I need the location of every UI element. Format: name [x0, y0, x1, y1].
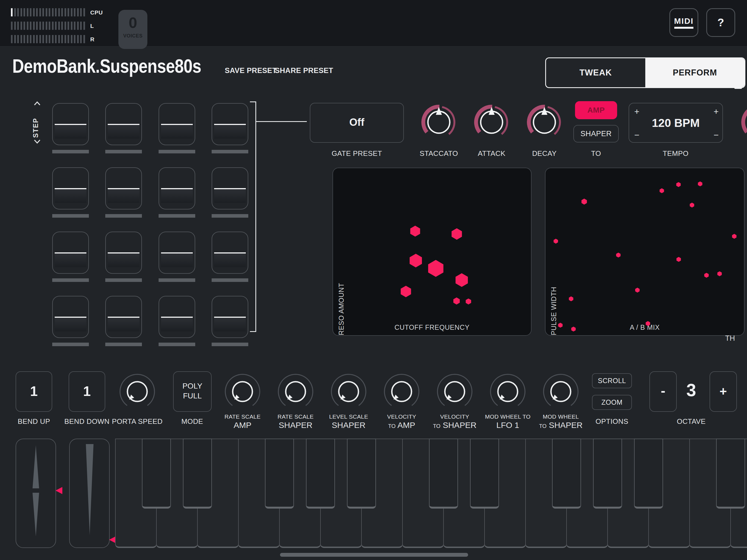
pad-point — [581, 199, 587, 205]
step-slider[interactable] — [105, 103, 142, 145]
tempo-plus-right[interactable]: + — [714, 107, 719, 117]
save-preset-button[interactable]: SAVE PRESET — [225, 67, 277, 75]
step-slider[interactable] — [105, 296, 142, 338]
bend-down-box[interactable]: 1 — [69, 371, 105, 412]
tab-perform[interactable]: PERFORM — [645, 58, 745, 87]
osc-xy-pad[interactable]: PULSE WIDTH A / B MIX — [545, 168, 745, 336]
step-down-icon[interactable] — [33, 138, 41, 144]
step-slider[interactable] — [52, 296, 89, 338]
step-slider[interactable] — [159, 232, 195, 274]
black-key[interactable] — [429, 439, 458, 509]
step-enable-bar[interactable] — [212, 150, 248, 153]
scroll-button[interactable]: SCROLL — [592, 373, 632, 388]
step-enable-bar[interactable] — [105, 214, 142, 218]
step-enable-bar[interactable] — [212, 214, 248, 218]
meter-tick — [52, 35, 54, 43]
to-shaper-button[interactable]: SHAPER — [573, 125, 619, 143]
step-slider[interactable] — [159, 103, 195, 145]
attack-knob[interactable] — [471, 102, 512, 143]
edge-partial-knob[interactable] — [738, 102, 747, 143]
step-enable-bar[interactable] — [105, 342, 142, 346]
mod-knob-mod-wheel-shaper[interactable] — [542, 373, 580, 411]
step-enable-bar[interactable] — [159, 214, 195, 218]
black-key[interactable] — [306, 439, 335, 509]
tempo-minus-left[interactable]: − — [634, 130, 640, 140]
step-enable-bar[interactable] — [105, 278, 142, 282]
black-key[interactable] — [634, 439, 663, 509]
mod-knob-velocity-amp[interactable] — [383, 373, 421, 411]
step-slider[interactable] — [105, 232, 142, 274]
porta-speed-knob[interactable] — [118, 373, 156, 411]
black-key[interactable] — [265, 439, 294, 509]
step-slider[interactable] — [212, 103, 248, 145]
octave-down-button[interactable]: - — [649, 371, 677, 412]
midi-button[interactable]: MIDI — [669, 8, 698, 37]
step-up-icon[interactable] — [33, 101, 41, 107]
tempo-plus-left[interactable]: + — [634, 107, 640, 117]
decay-knob[interactable] — [524, 102, 565, 143]
black-key[interactable] — [716, 439, 745, 509]
step-slider[interactable] — [52, 232, 89, 274]
step-enable-bar[interactable] — [105, 150, 142, 153]
meter-tick — [49, 35, 50, 43]
mode-box[interactable]: POLY FULL — [173, 371, 212, 412]
zoom-button[interactable]: ZOOM — [592, 395, 632, 410]
black-key[interactable] — [142, 439, 171, 509]
black-key[interactable] — [552, 439, 581, 509]
help-button[interactable]: ? — [706, 8, 735, 37]
meter-tick — [30, 8, 31, 17]
step-slider[interactable] — [159, 167, 195, 209]
black-key[interactable] — [470, 439, 499, 509]
meter-tick — [58, 35, 60, 43]
step-slider[interactable] — [105, 167, 142, 209]
keyboard-scrollbar[interactable] — [280, 553, 468, 557]
mod-knob-velocity-shaper[interactable] — [436, 373, 474, 411]
mod-knob-rate-scale-shaper[interactable] — [277, 373, 315, 411]
staccato-knob[interactable] — [418, 102, 459, 143]
step-enable-bar[interactable] — [159, 150, 195, 153]
step-label: STEP — [32, 109, 40, 138]
step-enable-bar[interactable] — [159, 342, 195, 346]
octave-up-button[interactable]: + — [710, 371, 737, 412]
bend-up-box[interactable]: 1 — [16, 371, 52, 412]
step-enable-bar[interactable] — [212, 278, 248, 282]
step-slider[interactable] — [52, 167, 89, 209]
mod-knob-rate-scale-amp[interactable] — [223, 373, 262, 411]
step-slider[interactable] — [52, 103, 89, 145]
black-key[interactable] — [347, 439, 376, 509]
step-slider[interactable] — [212, 232, 248, 274]
black-key[interactable] — [183, 439, 212, 509]
step-slider[interactable] — [212, 167, 248, 209]
to-amp-button[interactable]: AMP — [575, 101, 617, 119]
octave-label: OCTAVE — [677, 417, 705, 426]
mod-knob-mod-wheel-to-lfo-1[interactable] — [489, 373, 527, 411]
pad-point — [409, 254, 423, 268]
meter-tick — [46, 8, 47, 17]
tempo-box[interactable]: + + − − 120 BPM — [628, 103, 723, 143]
minus-icon[interactable] — [735, 87, 742, 89]
step-enable-bar[interactable] — [159, 278, 195, 282]
step-slider[interactable] — [212, 296, 248, 338]
meter-tick — [83, 35, 85, 43]
step-enable-bar[interactable] — [52, 150, 89, 153]
voices-button[interactable]: 0 VOICES — [119, 10, 147, 49]
step-slider[interactable] — [159, 296, 195, 338]
step-enable-bar[interactable] — [52, 278, 89, 282]
meter-tick — [21, 8, 22, 17]
meter-tick — [80, 22, 82, 30]
meter-tick — [33, 8, 35, 17]
step-enable-bar[interactable] — [52, 214, 89, 218]
black-key[interactable] — [593, 439, 622, 509]
mod-wheel[interactable] — [69, 439, 110, 548]
share-preset-button[interactable]: SHARE PRESET — [275, 67, 333, 75]
pad-point — [451, 228, 463, 240]
tab-tweak[interactable]: TWEAK — [546, 58, 645, 87]
pitch-bend-wheel[interactable] — [16, 439, 56, 548]
gate-preset-box[interactable]: Off — [310, 103, 404, 143]
meter-tick — [24, 22, 25, 30]
tempo-minus-right[interactable]: − — [714, 130, 719, 140]
step-enable-bar[interactable] — [212, 342, 248, 346]
step-enable-bar[interactable] — [52, 342, 89, 346]
mod-knob-level-scale-shaper[interactable] — [330, 373, 368, 411]
filter-xy-pad[interactable]: RESO AMOUNT CUTOFF FREQUENCY — [333, 168, 532, 336]
